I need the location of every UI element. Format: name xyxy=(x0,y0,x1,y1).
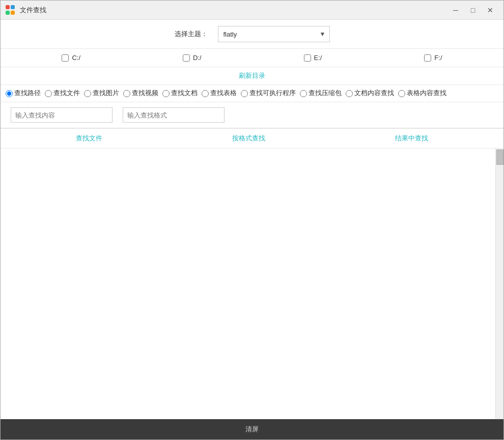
titlebar-controls: ─ □ ✕ xyxy=(447,4,498,17)
search-type-doc[interactable]: 查找文档 xyxy=(162,89,198,98)
icon-dot-green xyxy=(6,11,10,15)
drive-c-item[interactable]: C:/ xyxy=(62,54,80,62)
results-content xyxy=(1,149,495,419)
theme-select[interactable]: flatly darkly cosmo cerulean default xyxy=(218,26,330,42)
icon-dot-red xyxy=(6,5,10,9)
window-title: 文件查找 xyxy=(20,6,46,15)
drive-f-label: F:/ xyxy=(434,54,442,62)
radio-exe[interactable] xyxy=(241,90,248,97)
drive-f-item[interactable]: F:/ xyxy=(424,54,442,62)
theme-row: 选择主题： flatly darkly cosmo cerulean defau… xyxy=(1,20,503,49)
action-row: 查找文件 按格式查找 结果中查找 xyxy=(1,129,503,149)
drives-row: C:/ D:/ E:/ F:/ xyxy=(1,49,503,67)
titlebar-left: 文件查找 xyxy=(6,5,46,15)
minimize-button[interactable]: ─ xyxy=(447,4,464,17)
radio-file[interactable] xyxy=(45,90,52,97)
label-archive: 查找压缩包 xyxy=(309,89,342,98)
drive-c-label: C:/ xyxy=(72,54,80,62)
drive-f-checkbox[interactable] xyxy=(424,54,431,62)
search-type-row: 查找路径 查找文件 查找图片 查找视频 查找文档 查找表格 xyxy=(1,85,503,102)
search-type-exe[interactable]: 查找可执行程序 xyxy=(241,89,296,98)
label-doc-content: 文档内容查找 xyxy=(354,89,394,98)
theme-label: 选择主题： xyxy=(175,30,208,39)
drive-e-item[interactable]: E:/ xyxy=(304,54,322,62)
radio-table[interactable] xyxy=(202,90,209,97)
label-file: 查找文件 xyxy=(53,89,80,98)
format-search-button[interactable]: 按格式查找 xyxy=(232,134,265,143)
search-type-table[interactable]: 查找表格 xyxy=(202,89,237,98)
label-video: 查找视频 xyxy=(132,89,158,98)
scrollbar-thumb[interactable] xyxy=(496,150,503,165)
radio-doc-content[interactable] xyxy=(346,90,353,97)
label-table-content: 表格内容查找 xyxy=(407,89,446,98)
search-type-file[interactable]: 查找文件 xyxy=(45,89,80,98)
radio-video[interactable] xyxy=(123,90,130,97)
search-type-video[interactable]: 查找视频 xyxy=(123,89,158,98)
drive-d-label: D:/ xyxy=(193,54,202,62)
label-image: 查找图片 xyxy=(93,89,119,98)
search-input-row xyxy=(1,102,503,128)
drive-d-item[interactable]: D:/ xyxy=(183,54,202,62)
app-icon xyxy=(6,5,16,15)
clear-button[interactable]: 清屏 xyxy=(245,425,259,434)
search-content-input[interactable] xyxy=(11,107,113,123)
search-type-image[interactable]: 查找图片 xyxy=(84,89,119,98)
search-format-input[interactable] xyxy=(123,107,225,123)
main-content: 选择主题： flatly darkly cosmo cerulean defau… xyxy=(1,20,503,419)
label-exe: 查找可执行程序 xyxy=(249,89,296,98)
radio-image[interactable] xyxy=(84,90,91,97)
maximize-button[interactable]: □ xyxy=(465,4,481,17)
label-doc: 查找文档 xyxy=(171,89,198,98)
radio-table-content[interactable] xyxy=(398,90,405,97)
search-type-table-content[interactable]: 表格内容查找 xyxy=(398,89,446,98)
search-type-archive[interactable]: 查找压缩包 xyxy=(300,89,342,98)
radio-archive[interactable] xyxy=(300,90,307,97)
close-button[interactable]: ✕ xyxy=(482,4,498,17)
drive-e-checkbox[interactable] xyxy=(304,54,311,62)
drive-e-label: E:/ xyxy=(314,54,322,62)
main-window: 文件查找 ─ □ ✕ 选择主题： flatly darkly cosmo cer… xyxy=(0,0,504,440)
titlebar: 文件查找 ─ □ ✕ xyxy=(1,1,503,20)
icon-dot-orange xyxy=(11,11,15,15)
label-table: 查找表格 xyxy=(210,89,237,98)
radio-path[interactable] xyxy=(6,90,13,97)
results-area xyxy=(1,149,503,419)
drive-d-checkbox[interactable] xyxy=(183,54,190,62)
results-scrollbar[interactable] xyxy=(495,149,503,419)
radio-doc[interactable] xyxy=(162,90,170,97)
drive-c-checkbox[interactable] xyxy=(62,54,69,62)
search-type-doc-content[interactable]: 文档内容查找 xyxy=(346,89,394,98)
refresh-row: 刷新目录 xyxy=(1,67,503,85)
refresh-button[interactable]: 刷新目录 xyxy=(239,71,265,80)
find-file-button[interactable]: 查找文件 xyxy=(76,134,102,143)
icon-dot-blue xyxy=(11,5,15,9)
result-search-button[interactable]: 结果中查找 xyxy=(395,134,428,143)
theme-select-wrapper: flatly darkly cosmo cerulean default ▼ xyxy=(218,26,330,42)
search-type-path[interactable]: 查找路径 xyxy=(6,89,41,98)
label-path: 查找路径 xyxy=(14,89,41,98)
bottom-bar: 清屏 xyxy=(1,419,503,439)
